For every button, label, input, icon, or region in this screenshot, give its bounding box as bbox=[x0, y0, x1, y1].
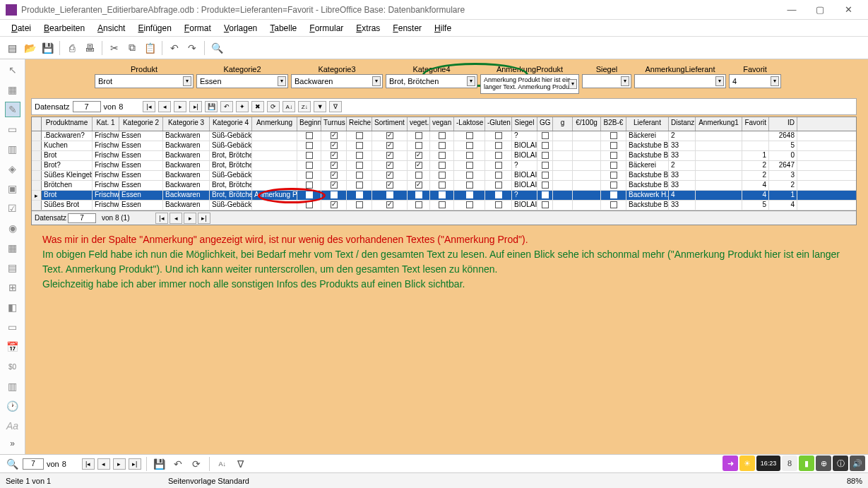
col-header[interactable]: Kategorie 4 bbox=[210, 117, 252, 131]
cell[interactable]: Backwaren bbox=[163, 141, 210, 150]
tool4-icon[interactable]: ▭ bbox=[5, 121, 20, 137]
cell[interactable] bbox=[573, 181, 601, 190]
bt-sort-icon[interactable]: A↓ bbox=[215, 456, 230, 472]
checkbox[interactable] bbox=[306, 181, 313, 189]
cell[interactable] bbox=[347, 201, 372, 210]
cell[interactable] bbox=[430, 141, 454, 150]
cell[interactable]: Süßes Brot bbox=[42, 201, 93, 210]
checkbox[interactable] bbox=[495, 162, 502, 169]
cell[interactable] bbox=[485, 191, 512, 200]
checkbox[interactable] bbox=[466, 132, 473, 139]
cell[interactable] bbox=[321, 141, 347, 150]
cell[interactable] bbox=[430, 161, 454, 170]
bt-record-input[interactable] bbox=[23, 458, 44, 470]
cell[interactable]: Backwerk H. bbox=[626, 191, 669, 200]
col-header[interactable]: Produktname bbox=[42, 117, 93, 131]
col-header[interactable]: Siegel bbox=[512, 117, 537, 131]
cell[interactable] bbox=[454, 191, 485, 200]
cell[interactable]: 33 bbox=[669, 151, 696, 160]
col-header[interactable]: Kategorie 2 bbox=[119, 117, 163, 131]
cell[interactable]: Brot, Brötchen bbox=[210, 151, 252, 160]
cell[interactable] bbox=[696, 131, 742, 141]
currency-icon[interactable]: $0 bbox=[5, 359, 20, 374]
cell[interactable] bbox=[454, 171, 485, 180]
cell[interactable]: 33 bbox=[669, 171, 696, 180]
checkbox[interactable] bbox=[306, 132, 313, 139]
checkbox[interactable] bbox=[331, 152, 338, 159]
menu-hilfe[interactable]: Hilfe bbox=[429, 22, 457, 35]
cell[interactable] bbox=[372, 171, 408, 180]
grid-prev-icon[interactable]: ◂ bbox=[170, 213, 182, 224]
close-button[interactable]: ✕ bbox=[834, 1, 862, 18]
nav-autofilter-icon[interactable]: ▼ bbox=[314, 101, 326, 112]
cell[interactable] bbox=[573, 201, 601, 210]
field-input[interactable]: ▾ bbox=[634, 74, 726, 88]
bt-next-icon[interactable]: ▸ bbox=[113, 458, 126, 470]
cell[interactable] bbox=[696, 181, 742, 190]
cell[interactable] bbox=[347, 131, 372, 141]
cell[interactable] bbox=[252, 161, 297, 170]
cut-icon[interactable]: ✂ bbox=[107, 40, 122, 56]
checkbox[interactable] bbox=[306, 162, 313, 169]
checkbox[interactable] bbox=[542, 181, 549, 189]
font-tool-icon[interactable]: Aa bbox=[5, 418, 20, 434]
col-header[interactable]: -Laktose bbox=[454, 117, 485, 131]
cell[interactable] bbox=[696, 141, 742, 150]
col-header[interactable]: Beginn bbox=[297, 117, 321, 131]
cell[interactable] bbox=[408, 131, 430, 141]
radio-tool-icon[interactable]: ◉ bbox=[5, 220, 20, 236]
col-header[interactable]: Lieferant bbox=[626, 117, 669, 131]
dropdown-icon[interactable]: ▾ bbox=[569, 79, 577, 89]
checkbox[interactable] bbox=[386, 132, 393, 139]
cell[interactable] bbox=[485, 141, 512, 150]
copy-icon[interactable]: ⧉ bbox=[124, 40, 140, 56]
checkbox[interactable] bbox=[610, 191, 617, 198]
cell[interactable] bbox=[601, 161, 626, 170]
checkbox[interactable] bbox=[542, 152, 549, 159]
cell[interactable]: 2 bbox=[769, 181, 797, 190]
clock-tool-icon[interactable]: 🕐 bbox=[5, 398, 20, 414]
col-header[interactable]: Kategorie 3 bbox=[163, 117, 210, 131]
bt-first-icon[interactable]: |◂ bbox=[82, 458, 95, 470]
col-header[interactable]: veget. bbox=[408, 117, 430, 131]
cell[interactable]: Backstube B bbox=[626, 151, 669, 160]
cell[interactable] bbox=[537, 151, 553, 160]
checkbox[interactable] bbox=[466, 152, 473, 159]
cell[interactable]: Bäckerei bbox=[626, 161, 669, 170]
cell[interactable] bbox=[601, 141, 626, 150]
col-header[interactable]: Favorit bbox=[742, 117, 769, 131]
cell[interactable]: 2 bbox=[742, 161, 769, 170]
cell[interactable]: 33 bbox=[669, 181, 696, 190]
cell[interactable] bbox=[321, 161, 347, 170]
cell[interactable]: BIOLAI bbox=[512, 201, 537, 210]
cell[interactable]: BIOLAI bbox=[512, 171, 537, 180]
nav-filter-icon[interactable]: ∇ bbox=[329, 101, 342, 112]
cell[interactable]: Backwaren bbox=[163, 151, 210, 160]
cell[interactable] bbox=[742, 141, 769, 150]
checkbox[interactable] bbox=[415, 172, 422, 179]
checkbox[interactable] bbox=[356, 191, 363, 198]
grid-next-icon[interactable]: ▸ bbox=[184, 213, 196, 224]
cell[interactable] bbox=[252, 171, 297, 180]
cell[interactable] bbox=[297, 141, 321, 150]
open-icon[interactable]: 📂 bbox=[22, 40, 37, 56]
new-icon[interactable]: ▤ bbox=[4, 40, 20, 56]
checkbox[interactable] bbox=[386, 162, 393, 169]
checkbox[interactable] bbox=[542, 132, 549, 139]
checkbox[interactable] bbox=[466, 181, 473, 189]
field-input[interactable]: Anmerkung Produkt hier ist ein langer Te… bbox=[480, 74, 579, 94]
undo-icon[interactable]: ↶ bbox=[167, 40, 182, 56]
cell[interactable] bbox=[430, 191, 454, 200]
nav-sort-asc-icon[interactable]: A↓ bbox=[283, 101, 295, 112]
cell[interactable] bbox=[408, 151, 430, 160]
col-header[interactable]: Distanz bbox=[669, 117, 696, 131]
checkbox[interactable] bbox=[331, 191, 338, 198]
checkbox[interactable] bbox=[466, 142, 473, 149]
menu-vorlagen[interactable]: Vorlagen bbox=[218, 22, 263, 35]
checkbox[interactable] bbox=[331, 162, 338, 169]
cell[interactable]: Backwaren bbox=[163, 171, 210, 180]
cell[interactable]: Frischw. bbox=[93, 141, 119, 150]
cell[interactable]: Brot bbox=[42, 151, 93, 160]
checkbox[interactable] bbox=[439, 201, 446, 208]
checkbox[interactable] bbox=[495, 172, 502, 179]
